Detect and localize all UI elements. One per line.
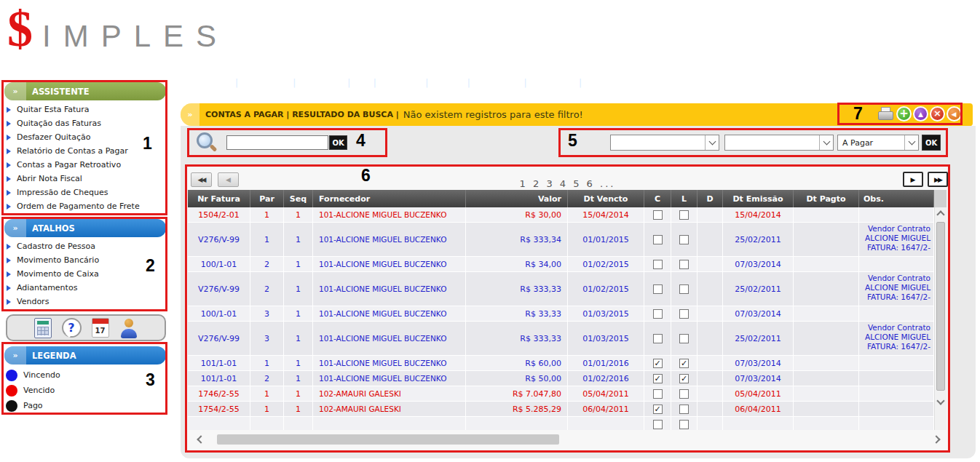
- search-ok-button[interactable]: OK: [329, 135, 347, 150]
- sidebar-item-label: Movimento de Caixa: [17, 269, 99, 279]
- column-header[interactable]: Dt Pagto: [794, 190, 859, 207]
- checkbox[interactable]: [653, 420, 663, 429]
- checkbox[interactable]: [679, 334, 689, 343]
- sidebar-item[interactable]: Desfazer Quitação: [4, 130, 165, 144]
- nav-item-saídas[interactable]: Saídas: [433, 78, 462, 88]
- up-icon[interactable]: [913, 106, 928, 122]
- checkbox[interactable]: [679, 405, 689, 414]
- calendar-icon[interactable]: 17: [92, 318, 109, 338]
- checkbox[interactable]: ✓: [679, 359, 689, 368]
- cell: 1: [250, 223, 284, 256]
- sidebar-item[interactable]: Relatório de Contas a Pagar: [4, 144, 165, 158]
- filter-ok-button[interactable]: OK: [922, 135, 941, 151]
- calculator-icon[interactable]: [34, 318, 52, 338]
- cell: [644, 272, 671, 306]
- filter-select-2[interactable]: [724, 135, 834, 151]
- sidebar-item[interactable]: Contas a Pagar Retroativo: [4, 158, 165, 172]
- checkbox[interactable]: [679, 309, 689, 319]
- checkbox[interactable]: [653, 235, 663, 244]
- checkbox[interactable]: ✓: [679, 374, 689, 383]
- column-header[interactable]: Obs.: [859, 190, 934, 207]
- scroll-left-icon[interactable]: [197, 435, 205, 443]
- user-icon[interactable]: [119, 318, 138, 338]
- table-row[interactable]: 100/1-0121101-ALCIONE MIGUEL BUCZENKOR$ …: [188, 257, 934, 272]
- first-page-button[interactable]: [191, 172, 212, 187]
- column-header[interactable]: Dt Emissão: [723, 190, 794, 207]
- horizontal-scroll-thumb[interactable]: [217, 434, 559, 445]
- column-header[interactable]: Fornecedor: [313, 190, 466, 207]
- checkbox[interactable]: ✓: [653, 359, 663, 368]
- horizontal-scrollbar[interactable]: [191, 432, 947, 447]
- table-row[interactable]: V276/V-9921101-ALCIONE MIGUEL BUCZENKOR$…: [188, 272, 934, 306]
- table-row[interactable]: 101/1-0121101-ALCIONE MIGUEL BUCZENKOR$ …: [188, 371, 934, 386]
- column-header[interactable]: C: [644, 190, 671, 207]
- filter-select-status[interactable]: A Pagar: [837, 135, 919, 151]
- table-row[interactable]: 1746/2-5511102-AMAURI GALESKIR$ 7.047,80…: [188, 386, 934, 402]
- close-icon[interactable]: [930, 106, 945, 122]
- sidebar-item[interactable]: Movimento Bancário: [4, 253, 165, 267]
- vertical-scrollbar[interactable]: [934, 207, 947, 430]
- sidebar-item[interactable]: Ordem de Pagamento de Frete: [4, 199, 165, 213]
- checkbox[interactable]: [679, 235, 689, 244]
- checkbox[interactable]: [679, 284, 689, 294]
- sidebar-item[interactable]: Cadastro de Pessoa: [4, 239, 165, 253]
- checkbox[interactable]: [653, 284, 663, 294]
- back-icon[interactable]: [947, 106, 962, 122]
- filter-select-1[interactable]: [610, 135, 719, 151]
- nav-item-entradas[interactable]: Entradas: [382, 78, 420, 88]
- table-row[interactable]: 101/1-0111101-ALCIONE MIGUEL BUCZENKOR$ …: [188, 356, 934, 371]
- table-row[interactable]: 1504/2-0111101-ALCIONE MIGUEL BUCZENKOR$…: [188, 207, 934, 223]
- next-page-button[interactable]: [903, 172, 923, 187]
- sidebar-item[interactable]: Adiantamentos: [4, 281, 165, 295]
- scroll-up-icon[interactable]: [936, 210, 944, 218]
- table-row[interactable]: V276/V-9931101-ALCIONE MIGUEL BUCZENKOR$…: [188, 322, 934, 356]
- nav-item-cadastros[interactable]: Cadastros: [186, 78, 230, 88]
- column-header[interactable]: Valor: [466, 190, 568, 207]
- last-page-button[interactable]: [928, 172, 948, 187]
- sidebar-item[interactable]: Vendors: [4, 295, 165, 308]
- simples-app-window: $ IMPLES Cadastros|Financeiro|Gerencial|…: [0, 0, 980, 462]
- column-header[interactable]: L: [671, 190, 698, 207]
- checkbox[interactable]: [679, 260, 689, 269]
- sidebar-item[interactable]: Quitar Esta Fatura: [4, 103, 165, 116]
- scroll-down-icon[interactable]: [936, 397, 944, 405]
- vertical-scroll-thumb[interactable]: [936, 222, 945, 391]
- previous-page-button[interactable]: [218, 172, 239, 187]
- checkbox[interactable]: ✓: [653, 405, 663, 414]
- checkbox[interactable]: [653, 309, 663, 319]
- nav-item-gerencial[interactable]: Gerencial: [301, 78, 342, 88]
- column-header[interactable]: D: [698, 190, 723, 207]
- table-row[interactable]: 100/1-0131101-ALCIONE MIGUEL BUCZENKOR$ …: [188, 306, 934, 322]
- sidebar-item[interactable]: Movimento de Caixa: [4, 267, 165, 281]
- cell: [671, 322, 698, 355]
- table-row[interactable]: V276/V-9911101-ALCIONE MIGUEL BUCZENKOR$…: [188, 223, 934, 257]
- checkbox[interactable]: [679, 210, 689, 220]
- table-row[interactable]: [188, 417, 934, 430]
- search-input[interactable]: [226, 135, 328, 150]
- nav-item-relatórios[interactable]: Relatórios: [475, 78, 519, 88]
- checkbox[interactable]: [679, 420, 689, 429]
- cell: 1: [284, 207, 313, 222]
- column-header[interactable]: Seq: [284, 190, 313, 207]
- checkbox[interactable]: [679, 389, 689, 399]
- sidebar-item[interactable]: Impressão de Cheques: [4, 186, 165, 199]
- checkbox[interactable]: [653, 389, 663, 399]
- checkbox[interactable]: [653, 210, 663, 220]
- printer-icon[interactable]: [877, 107, 893, 122]
- column-header[interactable]: Par: [250, 190, 284, 207]
- nav-item-financeiro[interactable]: Financeiro: [243, 78, 288, 88]
- nav-item-rh[interactable]: RH: [355, 78, 368, 88]
- sidebar-item[interactable]: Abrir Nota Fiscal: [4, 172, 165, 186]
- help-icon[interactable]: ?: [62, 318, 82, 338]
- checkbox[interactable]: [653, 260, 663, 269]
- checkbox[interactable]: ✓: [653, 374, 663, 383]
- checkbox[interactable]: [653, 334, 663, 343]
- column-header[interactable]: Dt Vencto: [568, 190, 644, 207]
- table-row[interactable]: 1754/2-5511102-AMAURI GALESKIR$ 5.285,29…: [188, 402, 934, 417]
- sidebar-item[interactable]: Quitação das Faturas: [4, 116, 165, 130]
- column-header[interactable]: Nr Fatura: [188, 190, 250, 207]
- scroll-right-icon[interactable]: [932, 435, 940, 443]
- add-icon[interactable]: [896, 106, 912, 122]
- nav-item-utilitários[interactable]: Utilitários: [532, 78, 574, 88]
- cell: 1: [250, 207, 284, 222]
